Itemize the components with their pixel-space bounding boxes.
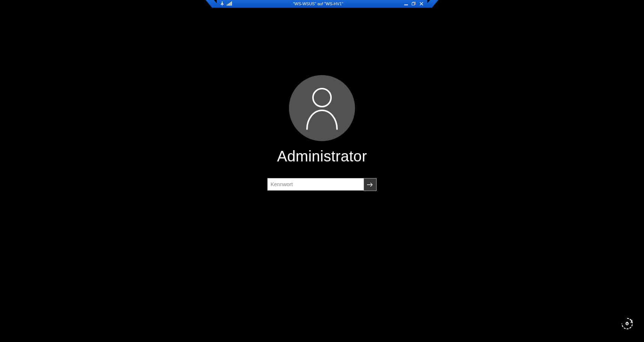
pin-icon[interactable] (220, 2, 224, 6)
svg-rect-5 (404, 5, 408, 5)
vmbar-title: "WS-WSUS" auf "WS-HV1" (232, 2, 404, 6)
signal-icon[interactable] (227, 2, 232, 6)
close-icon[interactable] (420, 2, 423, 6)
svg-rect-1 (228, 4, 229, 6)
password-input[interactable] (268, 178, 364, 190)
arrow-right-icon (367, 182, 373, 187)
vmbar-left-icons (217, 2, 232, 6)
minimize-icon[interactable] (404, 2, 408, 6)
submit-button[interactable] (364, 178, 376, 191)
svg-rect-3 (230, 2, 231, 6)
password-row (268, 178, 376, 190)
svg-rect-7 (412, 3, 415, 5)
login-panel: Administrator (268, 75, 376, 190)
svg-point-8 (313, 89, 331, 107)
vmbar-window-controls (404, 2, 427, 6)
username-label: Administrator (277, 148, 367, 165)
svg-rect-0 (227, 5, 227, 6)
svg-rect-2 (229, 3, 230, 6)
user-icon (301, 85, 343, 131)
power-options-button[interactable] (621, 317, 633, 331)
user-avatar (289, 75, 355, 141)
vm-connection-bar[interactable]: "WS-WSUS" auf "WS-HV1" (217, 0, 427, 8)
maximize-restore-icon[interactable] (412, 2, 416, 6)
power-options-icon (621, 325, 633, 331)
